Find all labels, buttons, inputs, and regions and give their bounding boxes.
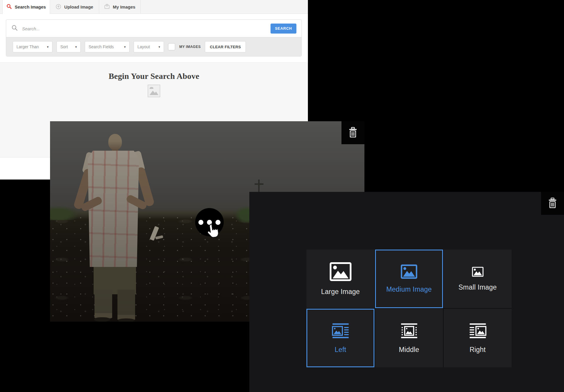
clear-filters-button[interactable]: CLEAR FILTERS xyxy=(205,41,246,52)
search-button[interactable]: SEARCH xyxy=(271,24,296,34)
search-input[interactable] xyxy=(22,26,228,31)
tab-search-images[interactable]: Search Images xyxy=(2,0,50,14)
dropdown-label: Larger Than xyxy=(16,44,39,49)
align-right-icon xyxy=(468,322,487,340)
chevron-down-icon: ▾ xyxy=(124,45,126,49)
ellipsis-dot xyxy=(198,220,203,225)
layout-option-label: Right xyxy=(470,346,486,354)
magnifier-icon xyxy=(11,25,18,32)
layout-option-large-image[interactable]: Large Image xyxy=(306,250,374,308)
layout-option-label: Small Image xyxy=(458,283,497,291)
tab-bar: Search Images Upload Image My Images xyxy=(0,0,308,14)
layout-option-label: Medium Image xyxy=(386,285,432,293)
photo-delete-button[interactable] xyxy=(341,121,364,144)
layout-dropdown[interactable]: Layout ▾ xyxy=(134,41,164,52)
dropdown-label: Search Fields xyxy=(89,44,114,49)
tab-label: My Images xyxy=(113,4,135,9)
layout-options-grid: Large Image Medium Image Small Image Lef… xyxy=(306,250,512,367)
image-placeholder-icon xyxy=(147,84,160,99)
image-small-icon xyxy=(472,267,484,278)
sort-dropdown[interactable]: Sort ▾ xyxy=(57,41,81,52)
larger-than-dropdown[interactable]: Larger Than ▾ xyxy=(13,41,52,52)
layout-option-label: Large Image xyxy=(321,288,360,296)
layout-option-left[interactable]: Left xyxy=(306,309,374,367)
search-icon xyxy=(6,4,12,10)
tab-my-images[interactable]: My Images xyxy=(99,0,141,14)
trash-icon xyxy=(348,127,358,139)
image-layout-panel: Large Image Medium Image Small Image Lef… xyxy=(249,192,564,392)
search-box: SEARCH Larger Than ▾ Sort ▾ Search Field… xyxy=(6,19,302,57)
layout-option-right[interactable]: Right xyxy=(444,309,512,367)
dropdown-label: Sort xyxy=(60,44,68,49)
align-middle-icon xyxy=(400,322,419,340)
layout-option-medium-image[interactable]: Medium Image xyxy=(375,250,443,308)
image-medium-icon xyxy=(401,264,417,280)
align-left-icon xyxy=(331,322,350,340)
my-images-checkbox-label: MY IMAGES xyxy=(179,45,201,49)
panel-delete-button[interactable] xyxy=(541,192,564,215)
briefcase-icon xyxy=(104,4,110,10)
tab-label: Search Images xyxy=(15,4,46,9)
my-images-checkbox[interactable] xyxy=(168,43,175,50)
search-row: SEARCH xyxy=(6,20,301,37)
search-fields-dropdown[interactable]: Search Fields ▾ xyxy=(85,41,130,52)
trash-icon xyxy=(548,197,558,210)
layout-option-label: Middle xyxy=(399,346,419,354)
filter-row: Larger Than ▾ Sort ▾ Search Fields ▾ Lay… xyxy=(6,37,301,56)
image-large-icon xyxy=(329,262,352,283)
cursor-pointer-icon xyxy=(204,223,220,240)
chevron-down-icon: ▾ xyxy=(75,45,77,49)
tab-label: Upload Image xyxy=(64,4,93,9)
chevron-down-icon: ▾ xyxy=(47,45,49,49)
layout-option-label: Left xyxy=(335,346,346,354)
tab-upload-image[interactable]: Upload Image xyxy=(50,0,99,14)
layout-option-middle[interactable]: Middle xyxy=(375,309,443,367)
dropdown-label: Layout xyxy=(137,44,150,49)
empty-state-heading: Begin Your Search Above xyxy=(0,72,308,81)
chevron-down-icon: ▾ xyxy=(158,45,160,49)
upload-icon xyxy=(56,4,61,10)
layout-option-small-image[interactable]: Small Image xyxy=(444,250,512,308)
